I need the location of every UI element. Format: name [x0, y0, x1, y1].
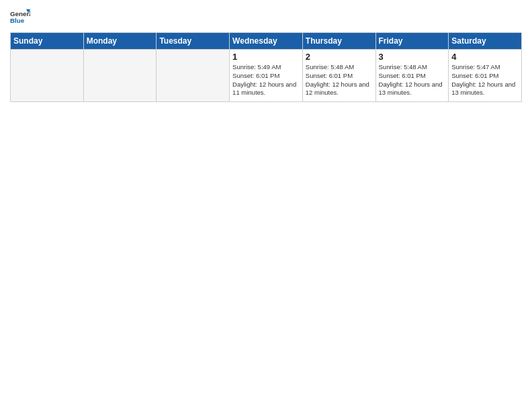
- day-cell: [157, 50, 230, 102]
- logo: General Blue: [10, 7, 32, 27]
- week-row-1: 1Sunrise: 5:49 AMSunset: 6:01 PMDaylight…: [11, 50, 522, 102]
- header: General Blue: [10, 7, 522, 27]
- weekday-saturday: Saturday: [449, 33, 522, 50]
- day-number: 4: [451, 52, 519, 62]
- calendar-table: SundayMondayTuesdayWednesdayThursdayFrid…: [10, 32, 522, 102]
- day-cell: [83, 50, 157, 102]
- day-number: 2: [306, 52, 373, 62]
- weekday-thursday: Thursday: [302, 33, 375, 50]
- day-cell: 3Sunrise: 5:48 AMSunset: 6:01 PMDaylight…: [375, 50, 449, 102]
- day-cell: 4Sunrise: 5:47 AMSunset: 6:01 PMDaylight…: [449, 50, 522, 102]
- svg-text:Blue: Blue: [10, 17, 25, 24]
- weekday-friday: Friday: [375, 33, 449, 50]
- day-cell: 2Sunrise: 5:48 AMSunset: 6:01 PMDaylight…: [302, 50, 375, 102]
- day-info: Sunrise: 5:48 AMSunset: 6:01 PMDaylight:…: [379, 63, 446, 97]
- day-cell: [11, 50, 84, 102]
- day-cell: 1Sunrise: 5:49 AMSunset: 6:01 PMDaylight…: [230, 50, 303, 102]
- weekday-sunday: Sunday: [11, 33, 84, 50]
- day-number: 3: [379, 52, 446, 62]
- day-number: 1: [232, 52, 300, 62]
- weekday-tuesday: Tuesday: [157, 33, 230, 50]
- day-info: Sunrise: 5:49 AMSunset: 6:01 PMDaylight:…: [232, 63, 300, 97]
- weekday-monday: Monday: [83, 33, 157, 50]
- weekday-header-row: SundayMondayTuesdayWednesdayThursdayFrid…: [11, 33, 522, 50]
- day-info: Sunrise: 5:48 AMSunset: 6:01 PMDaylight:…: [306, 63, 373, 97]
- day-info: Sunrise: 5:47 AMSunset: 6:01 PMDaylight:…: [451, 63, 519, 97]
- logo-icon: General Blue: [10, 7, 30, 27]
- weekday-wednesday: Wednesday: [230, 33, 303, 50]
